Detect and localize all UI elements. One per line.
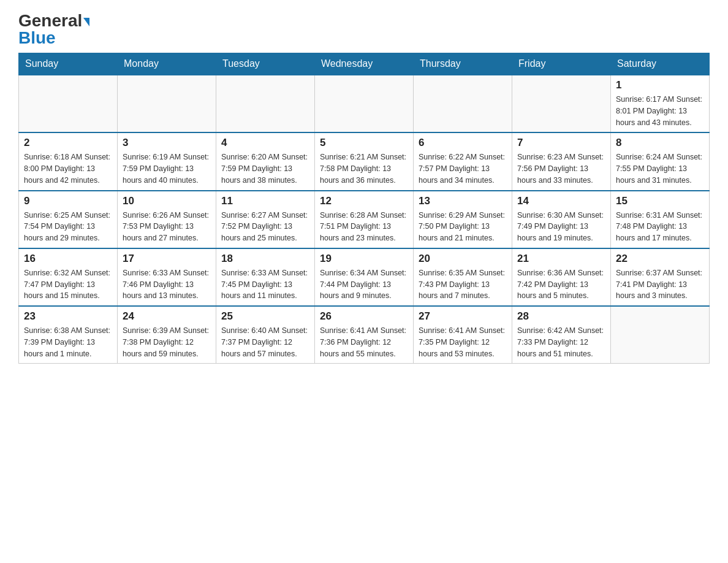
day-info: Sunrise: 6:33 AM Sunset: 7:46 PM Dayligh…	[123, 267, 211, 302]
day-info: Sunrise: 6:35 AM Sunset: 7:43 PM Dayligh…	[419, 267, 507, 302]
calendar-cell: 15Sunrise: 6:31 AM Sunset: 7:48 PM Dayli…	[611, 191, 710, 248]
calendar-cell: 2Sunrise: 6:18 AM Sunset: 8:00 PM Daylig…	[19, 132, 118, 190]
column-header-monday: Monday	[118, 53, 216, 75]
calendar-cell	[315, 75, 414, 132]
calendar-cell: 13Sunrise: 6:29 AM Sunset: 7:50 PM Dayli…	[414, 191, 512, 248]
calendar-cell: 8Sunrise: 6:24 AM Sunset: 7:55 PM Daylig…	[611, 132, 710, 190]
day-number: 5	[320, 137, 408, 149]
calendar-cell: 12Sunrise: 6:28 AM Sunset: 7:51 PM Dayli…	[315, 191, 414, 248]
logo-arrow-icon	[83, 18, 89, 26]
calendar-cell	[414, 75, 512, 132]
calendar-cell: 6Sunrise: 6:22 AM Sunset: 7:57 PM Daylig…	[414, 132, 512, 190]
day-number: 22	[616, 253, 704, 265]
day-number: 8	[616, 137, 704, 149]
day-info: Sunrise: 6:41 AM Sunset: 7:36 PM Dayligh…	[320, 325, 408, 359]
day-info: Sunrise: 6:34 AM Sunset: 7:44 PM Dayligh…	[320, 267, 408, 302]
day-info: Sunrise: 6:33 AM Sunset: 7:45 PM Dayligh…	[221, 267, 309, 302]
day-number: 11	[221, 195, 309, 207]
day-number: 4	[221, 137, 309, 149]
day-number: 18	[221, 253, 309, 265]
day-number: 21	[517, 253, 605, 265]
calendar-cell	[19, 75, 118, 132]
day-info: Sunrise: 6:39 AM Sunset: 7:38 PM Dayligh…	[123, 325, 211, 359]
calendar-cell: 7Sunrise: 6:23 AM Sunset: 7:56 PM Daylig…	[512, 132, 611, 190]
day-info: Sunrise: 6:17 AM Sunset: 8:01 PM Dayligh…	[616, 94, 704, 128]
week-row-3: 9Sunrise: 6:25 AM Sunset: 7:54 PM Daylig…	[19, 191, 710, 248]
day-number: 28	[517, 310, 605, 323]
day-number: 14	[517, 195, 605, 207]
calendar-cell	[512, 75, 611, 132]
day-number: 19	[320, 253, 408, 265]
day-info: Sunrise: 6:42 AM Sunset: 7:33 PM Dayligh…	[517, 325, 605, 359]
day-info: Sunrise: 6:41 AM Sunset: 7:35 PM Dayligh…	[419, 325, 507, 359]
calendar-cell: 20Sunrise: 6:35 AM Sunset: 7:43 PM Dayli…	[414, 248, 512, 306]
logo-blue-text: Blue	[18, 28, 56, 47]
logo: GeneralBlue	[18, 12, 89, 47]
calendar-cell: 22Sunrise: 6:37 AM Sunset: 7:41 PM Dayli…	[611, 248, 710, 306]
day-number: 12	[320, 195, 408, 207]
day-number: 10	[123, 195, 211, 207]
day-number: 20	[419, 253, 507, 265]
day-info: Sunrise: 6:23 AM Sunset: 7:56 PM Dayligh…	[517, 151, 605, 186]
day-number: 13	[419, 195, 507, 207]
calendar-cell: 18Sunrise: 6:33 AM Sunset: 7:45 PM Dayli…	[216, 248, 315, 306]
calendar-cell: 27Sunrise: 6:41 AM Sunset: 7:35 PM Dayli…	[414, 306, 512, 364]
day-info: Sunrise: 6:21 AM Sunset: 7:58 PM Dayligh…	[320, 151, 408, 186]
day-number: 3	[123, 137, 211, 149]
day-info: Sunrise: 6:18 AM Sunset: 8:00 PM Dayligh…	[24, 151, 112, 186]
calendar-header-row: SundayMondayTuesdayWednesdayThursdayFrid…	[19, 53, 710, 75]
day-number: 27	[419, 310, 507, 323]
column-header-sunday: Sunday	[19, 53, 118, 75]
day-info: Sunrise: 6:20 AM Sunset: 7:59 PM Dayligh…	[221, 151, 309, 186]
day-info: Sunrise: 6:26 AM Sunset: 7:53 PM Dayligh…	[123, 210, 211, 244]
calendar-cell: 17Sunrise: 6:33 AM Sunset: 7:46 PM Dayli…	[118, 248, 216, 306]
day-info: Sunrise: 6:36 AM Sunset: 7:42 PM Dayligh…	[517, 267, 605, 302]
calendar-cell: 14Sunrise: 6:30 AM Sunset: 7:49 PM Dayli…	[512, 191, 611, 248]
day-info: Sunrise: 6:30 AM Sunset: 7:49 PM Dayligh…	[517, 210, 605, 244]
calendar-cell: 19Sunrise: 6:34 AM Sunset: 7:44 PM Dayli…	[315, 248, 414, 306]
calendar-cell	[118, 75, 216, 132]
day-info: Sunrise: 6:32 AM Sunset: 7:47 PM Dayligh…	[24, 267, 112, 302]
column-header-friday: Friday	[512, 53, 611, 75]
day-info: Sunrise: 6:31 AM Sunset: 7:48 PM Dayligh…	[616, 210, 704, 244]
calendar-cell	[216, 75, 315, 132]
day-info: Sunrise: 6:28 AM Sunset: 7:51 PM Dayligh…	[320, 210, 408, 244]
column-header-saturday: Saturday	[611, 53, 710, 75]
calendar-cell: 10Sunrise: 6:26 AM Sunset: 7:53 PM Dayli…	[118, 191, 216, 248]
day-number: 23	[24, 310, 112, 323]
day-number: 2	[24, 137, 112, 149]
day-number: 1	[616, 79, 704, 91]
day-number: 25	[221, 310, 309, 323]
column-header-wednesday: Wednesday	[315, 53, 414, 75]
column-header-tuesday: Tuesday	[216, 53, 315, 75]
calendar-cell: 3Sunrise: 6:19 AM Sunset: 7:59 PM Daylig…	[118, 132, 216, 190]
day-number: 7	[517, 137, 605, 149]
day-info: Sunrise: 6:29 AM Sunset: 7:50 PM Dayligh…	[419, 210, 507, 244]
calendar-cell	[611, 306, 710, 364]
day-info: Sunrise: 6:27 AM Sunset: 7:52 PM Dayligh…	[221, 210, 309, 244]
day-info: Sunrise: 6:24 AM Sunset: 7:55 PM Dayligh…	[616, 151, 704, 186]
week-row-2: 2Sunrise: 6:18 AM Sunset: 8:00 PM Daylig…	[19, 132, 710, 190]
calendar-cell: 25Sunrise: 6:40 AM Sunset: 7:37 PM Dayli…	[216, 306, 315, 364]
week-row-1: 1Sunrise: 6:17 AM Sunset: 8:01 PM Daylig…	[19, 75, 710, 132]
page-header: GeneralBlue	[18, 12, 710, 47]
calendar-cell: 16Sunrise: 6:32 AM Sunset: 7:47 PM Dayli…	[19, 248, 118, 306]
week-row-5: 23Sunrise: 6:38 AM Sunset: 7:39 PM Dayli…	[19, 306, 710, 364]
logo-text: GeneralBlue	[18, 12, 89, 47]
day-info: Sunrise: 6:25 AM Sunset: 7:54 PM Dayligh…	[24, 210, 112, 244]
day-number: 6	[419, 137, 507, 149]
calendar-table: SundayMondayTuesdayWednesdayThursdayFrid…	[18, 53, 710, 364]
calendar-cell: 4Sunrise: 6:20 AM Sunset: 7:59 PM Daylig…	[216, 132, 315, 190]
day-number: 24	[123, 310, 211, 323]
calendar-cell: 28Sunrise: 6:42 AM Sunset: 7:33 PM Dayli…	[512, 306, 611, 364]
calendar-cell: 1Sunrise: 6:17 AM Sunset: 8:01 PM Daylig…	[611, 75, 710, 132]
day-info: Sunrise: 6:37 AM Sunset: 7:41 PM Dayligh…	[616, 267, 704, 302]
calendar-cell: 26Sunrise: 6:41 AM Sunset: 7:36 PM Dayli…	[315, 306, 414, 364]
day-number: 16	[24, 253, 112, 265]
day-info: Sunrise: 6:40 AM Sunset: 7:37 PM Dayligh…	[221, 325, 309, 359]
day-number: 9	[24, 195, 112, 207]
day-info: Sunrise: 6:22 AM Sunset: 7:57 PM Dayligh…	[419, 151, 507, 186]
day-number: 17	[123, 253, 211, 265]
calendar-cell: 23Sunrise: 6:38 AM Sunset: 7:39 PM Dayli…	[19, 306, 118, 364]
day-number: 26	[320, 310, 408, 323]
